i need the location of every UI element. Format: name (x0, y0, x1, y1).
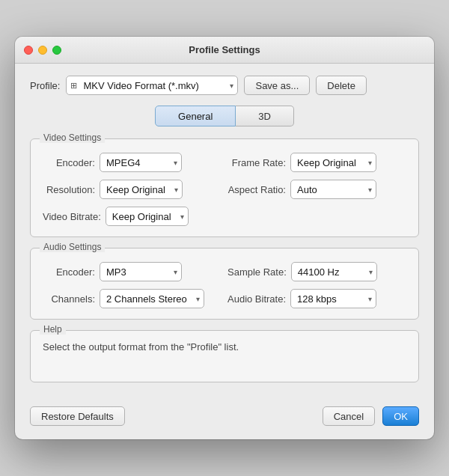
help-section: Help Select the output format from the "… (30, 330, 419, 382)
frame-rate-field: Frame Rate: Keep Original (227, 153, 406, 172)
video-fields-grid: Encoder: MPEG4 Frame Rate: Keep Original (43, 153, 406, 226)
window-title: Profile Settings (189, 44, 260, 55)
channels-select[interactable]: 2 Channels Stereo (100, 289, 204, 308)
audio-bitrate-field: Audio Bitrate: 128 kbps (227, 289, 406, 308)
audio-fields-grid: Encoder: MP3 Sample Rate: 44100 Hz (43, 262, 406, 308)
profile-field-label: Profile: (30, 80, 60, 91)
resolution-label: Resolution: (43, 184, 95, 195)
video-settings-title: Video Settings (40, 132, 105, 143)
profile-settings-window: Profile Settings Profile: ⊞ MKV Video Fo… (15, 37, 434, 439)
bottom-right-buttons: Cancel OK (323, 406, 419, 426)
help-text: Select the output format from the "Profi… (43, 341, 406, 353)
bottom-bar: Restore Defaults Cancel OK (15, 406, 434, 439)
main-content: Profile: ⊞ MKV Video Format (*.mkv) Save… (15, 64, 434, 406)
video-bitrate-select-wrapper: Keep Original (106, 207, 189, 226)
channels-select-wrapper: 2 Channels Stereo (100, 289, 204, 308)
sample-rate-label: Sample Rate: (227, 266, 287, 278)
audio-bitrate-select-wrapper: 128 kbps (290, 289, 376, 308)
titlebar: Profile Settings (15, 37, 434, 64)
audio-settings-title: Audio Settings (40, 242, 105, 252)
aspect-ratio-field: Aspect Ratio: Auto (227, 180, 406, 199)
video-bitrate-label: Video Bitrate: (43, 211, 101, 222)
maximize-button[interactable] (52, 46, 61, 55)
encoder-select-wrapper: MPEG4 (100, 153, 182, 172)
cancel-button[interactable]: Cancel (323, 406, 375, 426)
tab-3d[interactable]: 3D (236, 106, 294, 126)
profile-select[interactable]: MKV Video Format (*.mkv) (66, 76, 238, 95)
audio-encoder-label: Encoder: (43, 266, 95, 278)
video-settings-section: Video Settings Encoder: MPEG4 Frame Rate… (30, 138, 419, 237)
minimize-button[interactable] (38, 46, 47, 55)
audio-encoder-select-wrapper: MP3 (100, 262, 182, 281)
audio-encoder-select[interactable]: MP3 (100, 262, 182, 281)
sample-rate-field: Sample Rate: 44100 Hz (227, 262, 406, 281)
profile-row: Profile: ⊞ MKV Video Format (*.mkv) Save… (30, 76, 419, 95)
ok-button[interactable]: OK (382, 406, 419, 426)
encoder-select[interactable]: MPEG4 (100, 153, 182, 172)
resolution-select-wrapper: Keep Original (100, 180, 183, 199)
audio-settings-section: Audio Settings Encoder: MP3 Sample Rate: (30, 248, 419, 320)
frame-rate-select-wrapper: Keep Original (290, 153, 376, 172)
channels-label: Channels: (43, 293, 95, 305)
encoder-field: Encoder: MPEG4 (43, 153, 222, 172)
sample-rate-select-wrapper: 44100 Hz (291, 262, 377, 281)
aspect-ratio-label: Aspect Ratio: (227, 184, 286, 195)
traffic-lights (24, 46, 61, 55)
video-bitrate-select[interactable]: Keep Original (106, 207, 189, 226)
save-as-button[interactable]: Save as... (244, 76, 310, 95)
audio-bitrate-label: Audio Bitrate: (227, 293, 286, 305)
profile-select-wrapper: ⊞ MKV Video Format (*.mkv) (66, 76, 238, 95)
encoder-label: Encoder: (43, 157, 95, 168)
resolution-select[interactable]: Keep Original (100, 180, 183, 199)
aspect-ratio-select-wrapper: Auto (290, 180, 376, 199)
audio-encoder-field: Encoder: MP3 (43, 262, 222, 281)
audio-bitrate-select[interactable]: 128 kbps (290, 289, 376, 308)
video-bitrate-field: Video Bitrate: Keep Original (43, 207, 222, 226)
sample-rate-select[interactable]: 44100 Hz (291, 262, 377, 281)
frame-rate-select[interactable]: Keep Original (290, 153, 376, 172)
tabs-row: General 3D (30, 106, 419, 126)
restore-defaults-button[interactable]: Restore Defaults (30, 406, 125, 426)
aspect-ratio-select[interactable]: Auto (290, 180, 376, 199)
resolution-field: Resolution: Keep Original (43, 180, 222, 199)
frame-rate-label: Frame Rate: (227, 157, 286, 168)
help-title: Help (40, 324, 66, 335)
tab-general[interactable]: General (155, 106, 236, 126)
close-button[interactable] (24, 46, 33, 55)
delete-button[interactable]: Delete (316, 76, 367, 95)
channels-field: Channels: 2 Channels Stereo (43, 289, 222, 308)
